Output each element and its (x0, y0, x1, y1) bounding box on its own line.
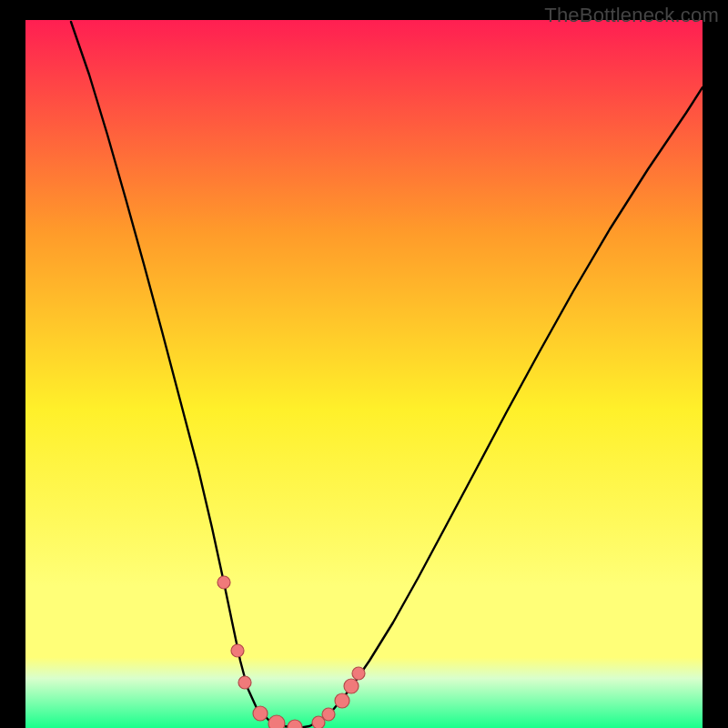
chart-svg (25, 20, 703, 728)
data-marker (268, 715, 285, 728)
data-marker (352, 667, 365, 680)
data-marker (322, 708, 335, 721)
data-marker (335, 693, 349, 708)
chart-container: TheBottleneck.com (0, 0, 728, 728)
data-marker (344, 679, 359, 693)
gradient-bg (25, 20, 703, 728)
watermark-text: TheBottleneck.com (544, 4, 719, 27)
data-marker (238, 676, 251, 689)
data-marker (231, 644, 244, 657)
data-marker (217, 576, 230, 589)
data-marker (253, 706, 268, 721)
plot-area (25, 20, 703, 728)
